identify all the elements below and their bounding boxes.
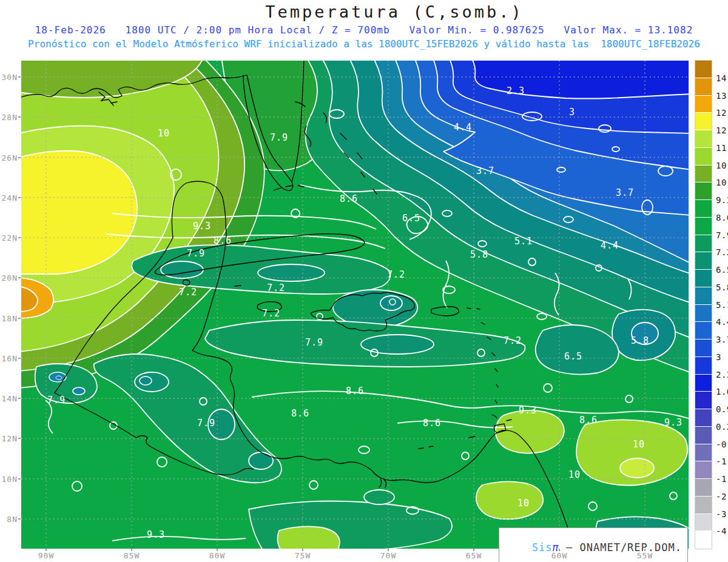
lat-axis-tick bbox=[18, 157, 21, 158]
lon-axis-tick bbox=[388, 549, 389, 551]
contour-value-label: 3 bbox=[569, 107, 575, 118]
contour-value-label: 8.6 bbox=[579, 415, 598, 426]
colorbar-level-label: 3.7 bbox=[716, 335, 728, 344]
weather-map-page: Temperatura (C,somb.) 18-Feb-2026 1800 U… bbox=[0, 0, 728, 562]
lon-axis-tick bbox=[559, 549, 560, 551]
colorbar-block bbox=[695, 78, 712, 96]
colorbar-block bbox=[695, 322, 712, 340]
colorbar-block bbox=[695, 218, 712, 235]
lat-axis-tick bbox=[18, 398, 21, 399]
lon-axis-label: 65W bbox=[466, 551, 482, 560]
lat-axis-label: 22N bbox=[2, 233, 18, 243]
colorbar-level-label: 7.2 bbox=[716, 247, 728, 257]
contour-value-label: 7.9 bbox=[187, 248, 205, 259]
contour-value-label: 4.4 bbox=[454, 122, 472, 133]
lat-axis-tick bbox=[18, 478, 21, 480]
colorbar-level-label: -4 bbox=[716, 526, 727, 536]
colorbar-level-label: 9.3 bbox=[716, 195, 728, 205]
colorbar-block bbox=[695, 166, 712, 183]
contour-value-label: 9.3 bbox=[193, 221, 211, 232]
contour-value-label: 8.6 bbox=[346, 386, 364, 396]
contour-value-label: 9.3 bbox=[664, 417, 682, 428]
contour-value-label: 9.3 bbox=[147, 529, 165, 540]
colorbar-block bbox=[695, 148, 712, 166]
contour-value-label: 6.5 bbox=[564, 351, 582, 362]
colorbar-level-label: -2.6 bbox=[716, 492, 728, 501]
colorbar-level-label: 0.2 bbox=[716, 422, 728, 432]
lon-axis-label: 60W bbox=[551, 551, 567, 560]
colorbar-level-label: 11.4 bbox=[716, 143, 728, 153]
colorbar bbox=[695, 61, 712, 549]
lat-axis-tick bbox=[18, 116, 21, 118]
contour-value-label: 8.6 bbox=[214, 235, 232, 246]
contour-value-label: 3.7 bbox=[476, 166, 494, 176]
colorbar-block bbox=[695, 409, 712, 427]
colorbar-level-label: 14.2 bbox=[716, 73, 728, 83]
lon-axis-label: 80W bbox=[209, 551, 225, 560]
lat-axis-label: 14N bbox=[2, 394, 18, 403]
contour-value-label: 8.6 bbox=[340, 193, 358, 204]
colorbar-level-label: 10.7 bbox=[716, 161, 728, 170]
lat-axis-label: 10N bbox=[2, 474, 18, 483]
subtitle-valid-time: 18-Feb-2026 1800 UTC / 2:00 pm Hora Loca… bbox=[0, 24, 728, 36]
lat-axis-label: 28N bbox=[2, 113, 18, 122]
colorbar-block bbox=[695, 113, 712, 130]
lat-axis-label: 30N bbox=[2, 73, 18, 82]
lat-axis-label: 16N bbox=[2, 353, 18, 363]
colorbar-block bbox=[695, 305, 712, 323]
colorbar-level-label: 4.4 bbox=[716, 317, 728, 327]
lat-axis-tick bbox=[18, 197, 21, 198]
colorbar-level-label: -3.3 bbox=[716, 509, 728, 519]
colorbar-level-label: -0.5 bbox=[716, 440, 728, 449]
lat-axis-tick bbox=[18, 438, 21, 439]
map-area: 2.334.4107.93.73.78.66.59.38.65.14.47.95… bbox=[21, 61, 689, 549]
colorbar-level-label: 13.5 bbox=[716, 91, 728, 101]
lon-axis-label: 55W bbox=[637, 551, 653, 560]
colorbar-level-label: 5.8 bbox=[716, 283, 728, 292]
contour-value-label: 8.6 bbox=[291, 408, 309, 419]
colorbar-block bbox=[695, 270, 712, 287]
lon-axis-tick bbox=[473, 549, 474, 551]
lat-axis-tick bbox=[18, 358, 21, 359]
colorbar-block bbox=[695, 427, 712, 444]
contour-value-label: 7.2 bbox=[267, 283, 285, 293]
colorbar-block bbox=[695, 461, 712, 479]
colorbar-level-label: 8.6 bbox=[716, 213, 728, 222]
colorbar-block bbox=[695, 479, 712, 497]
colorbar-block bbox=[695, 96, 712, 113]
contour-value-label: 4.4 bbox=[601, 240, 619, 251]
colorbar-level-label: 1.6 bbox=[716, 387, 728, 396]
lon-axis-label: 90W bbox=[38, 551, 54, 560]
lon-axis-tick bbox=[302, 549, 303, 551]
colorbar-block bbox=[695, 287, 712, 305]
colorbar-level-label: 12.1 bbox=[716, 125, 728, 135]
contour-value-label: 2.3 bbox=[507, 85, 525, 96]
temperature-contour-map bbox=[21, 61, 689, 549]
colorbar-block bbox=[695, 235, 712, 253]
lon-axis-tick bbox=[46, 549, 47, 551]
lat-axis-label: 12N bbox=[2, 434, 18, 443]
lat-axis-label: 20N bbox=[2, 273, 18, 283]
lat-axis-tick bbox=[18, 76, 21, 78]
colorbar-level-label: -1.2 bbox=[716, 457, 728, 466]
contour-value-label: 3.7 bbox=[616, 187, 634, 198]
colorbar-block bbox=[695, 61, 712, 78]
lat-axis-label: 26N bbox=[2, 153, 18, 162]
contour-value-label: 7.9 bbox=[47, 395, 66, 406]
colorbar-block bbox=[695, 392, 712, 409]
lat-axis-label: 8N bbox=[7, 515, 18, 524]
colorbar-level-label: 6.5 bbox=[716, 265, 728, 275]
contour-value-label: 10 bbox=[158, 128, 170, 139]
colorbar-block bbox=[695, 375, 712, 392]
lon-axis-label: 70W bbox=[380, 551, 396, 560]
contour-value-label: 10 bbox=[633, 439, 645, 450]
contour-value-label: 7.2 bbox=[262, 308, 280, 319]
page-title: Temperatura (C,somb.) bbox=[61, 2, 728, 21]
lon-axis-tick bbox=[644, 549, 645, 551]
lat-axis-tick bbox=[18, 318, 21, 319]
colorbar-block bbox=[695, 531, 712, 549]
colorbar-level-label: 5.1 bbox=[716, 300, 728, 310]
contour-value-label: 7.2 bbox=[504, 335, 522, 346]
lon-axis-label: 75W bbox=[295, 551, 311, 560]
colorbar-level-label: 2.3 bbox=[716, 370, 728, 380]
